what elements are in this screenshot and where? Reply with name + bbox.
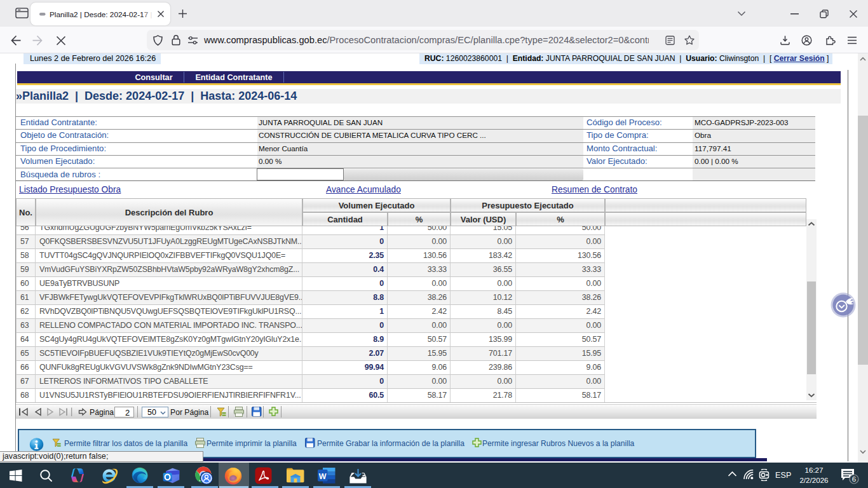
svg-text:W: W xyxy=(319,472,327,481)
svg-text:6: 6 xyxy=(852,475,856,483)
